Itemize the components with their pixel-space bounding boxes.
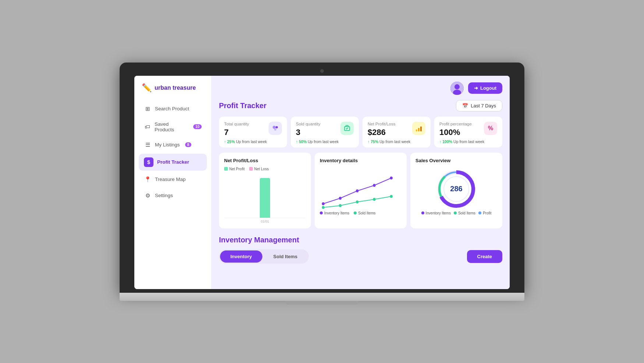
stat-card-profit-pct: % Profit percentage 100% ↑ 100% Up from … bbox=[434, 117, 502, 147]
stat-card-net-profit: Net Profit/Loss $286 ↑ 75% Up from last … bbox=[362, 117, 431, 147]
svg-point-19 bbox=[390, 195, 393, 198]
date-filter-button[interactable]: 📅 Last 7 Days bbox=[456, 100, 502, 111]
bar-x-label: 01/01 bbox=[224, 220, 306, 223]
sidebar-item-profit-tracker[interactable]: $ Profit Tracker bbox=[139, 154, 207, 171]
sidebar-item-saved-products[interactable]: 🏷 Saved Products 10 bbox=[139, 118, 207, 136]
my-listings-badge: 8 bbox=[185, 142, 192, 147]
bar-chart-area bbox=[224, 174, 306, 218]
net-profit-icon bbox=[412, 122, 425, 135]
svg-point-11 bbox=[339, 197, 342, 200]
svg-point-17 bbox=[356, 200, 358, 203]
net-profit-chart: Net Profit/Loss Net Profit Net Loss bbox=[219, 153, 311, 228]
sold-quantity-icon bbox=[340, 122, 354, 135]
net-loss-legend-color bbox=[249, 167, 253, 171]
logout-icon: ➜ bbox=[474, 85, 478, 91]
svg-point-10 bbox=[322, 202, 325, 205]
stat-trend-2: ↑ 75% Up from last week bbox=[368, 139, 425, 144]
chart-legend-net-profit: Net Profit Net Loss bbox=[224, 167, 306, 171]
topbar: ➜ Logout bbox=[219, 82, 502, 95]
legend-net-profit: Net Profit bbox=[224, 167, 245, 171]
stat-trend-3: ↑ 100% Up from last week bbox=[439, 139, 497, 144]
donut-chart-area: 286 bbox=[415, 167, 497, 211]
chart-title-inventory: Inventory details bbox=[320, 158, 401, 163]
logout-button[interactable]: ➜ Logout bbox=[468, 82, 502, 94]
logo-area: ✏️ urban treasure bbox=[134, 83, 211, 102]
sidebar-item-settings[interactable]: ⚙ Settings bbox=[139, 188, 207, 203]
gear-icon: ⚙ bbox=[144, 192, 151, 199]
bar-1 bbox=[260, 178, 270, 217]
svg-point-5 bbox=[274, 128, 276, 131]
sales-overview-chart: Sales Overview bbox=[410, 153, 502, 228]
tab-inventory[interactable]: Inventory bbox=[220, 250, 262, 263]
chart-title-sales: Sales Overview bbox=[415, 158, 497, 163]
charts-row: Net Profit/Loss Net Profit Net Loss bbox=[219, 153, 502, 228]
legend-sales-sold: Sold Items bbox=[454, 211, 475, 215]
stat-cards: Total quantity 7 ↑ 25% Up from last week bbox=[219, 117, 502, 147]
stat-card-total-quantity: Total quantity 7 ↑ 25% Up from last week bbox=[219, 117, 287, 147]
sidebar-item-treasure-map[interactable]: 📍 Treasure Map bbox=[139, 172, 207, 187]
sidebar-item-label: Settings bbox=[155, 193, 173, 198]
tag-icon: 🏷 bbox=[144, 123, 151, 131]
inventory-details-chart: Inventory details bbox=[315, 153, 407, 228]
stat-card-sold-quantity: Sold quantity 3 ↑ 50% Up from last week bbox=[291, 117, 359, 147]
inventory-title: Inventory Management bbox=[219, 236, 502, 244]
list-icon: ☰ bbox=[144, 141, 151, 149]
svg-point-14 bbox=[390, 177, 393, 179]
calendar-icon: 📅 bbox=[462, 103, 468, 108]
dollar-icon: $ bbox=[144, 157, 153, 167]
svg-point-15 bbox=[322, 206, 325, 209]
svg-point-13 bbox=[373, 184, 375, 187]
page-title: Profit Tracker bbox=[219, 102, 266, 110]
legend-sales-profit: Profit bbox=[478, 211, 491, 215]
profit-tracker-section: Profit Tracker 📅 Last 7 Days bbox=[219, 100, 502, 228]
sidebar-item-label: Saved Products bbox=[155, 121, 188, 132]
laptop-camera bbox=[320, 69, 324, 73]
inventory-management-section: Inventory Management Inventory Sold Item… bbox=[219, 236, 502, 264]
donut-center-value: 286 bbox=[450, 185, 462, 193]
svg-point-12 bbox=[356, 189, 358, 192]
profit-pct-icon: % bbox=[484, 122, 497, 135]
net-profit-legend-color bbox=[224, 167, 228, 171]
svg-point-3 bbox=[273, 126, 276, 129]
tab-sold-items[interactable]: Sold Items bbox=[263, 250, 308, 263]
stat-trend-1: ↑ 50% Up from last week bbox=[296, 139, 354, 144]
logo-text: urban treasure bbox=[155, 84, 196, 91]
grid-icon: ⊞ bbox=[144, 105, 151, 113]
section-header: Profit Tracker 📅 Last 7 Days bbox=[219, 100, 502, 111]
svg-rect-8 bbox=[418, 128, 420, 131]
map-pin-icon: 📍 bbox=[144, 176, 151, 183]
inventory-tabs-row: Inventory Sold Items Create bbox=[219, 249, 502, 264]
stat-trend-0: ↑ 25% Up from last week bbox=[224, 139, 282, 144]
create-button[interactable]: Create bbox=[467, 250, 502, 263]
tab-group: Inventory Sold Items bbox=[219, 249, 309, 264]
sidebar-item-label: Profit Tracker bbox=[157, 159, 189, 165]
logo-icon: ✏️ bbox=[142, 83, 152, 93]
sidebar-item-label: Treasure Map bbox=[155, 177, 186, 182]
avatar bbox=[450, 82, 464, 95]
sidebar-item-label: My Listings bbox=[155, 142, 180, 147]
svg-point-18 bbox=[373, 198, 375, 201]
legend-net-loss: Net Loss bbox=[249, 167, 269, 171]
svg-point-16 bbox=[339, 204, 342, 207]
sidebar-item-my-listings[interactable]: ☰ My Listings 8 bbox=[139, 138, 207, 152]
sidebar-item-search-product[interactable]: ⊞ Search Product bbox=[139, 102, 207, 116]
svg-point-1 bbox=[454, 84, 460, 89]
svg-point-4 bbox=[276, 126, 278, 128]
main-content: ➜ Logout Profit Tracker 📅 Last 7 Days bbox=[212, 76, 510, 289]
total-quantity-icon bbox=[269, 122, 282, 135]
legend-sales-inventory: Inventory Items bbox=[421, 211, 451, 215]
laptop-base bbox=[120, 293, 524, 301]
nav-menu: ⊞ Search Product 🏷 Saved Products 10 ☰ M… bbox=[134, 102, 211, 203]
svg-rect-9 bbox=[420, 127, 422, 131]
line-chart-area bbox=[320, 167, 401, 211]
chart-title-net-profit: Net Profit/Loss bbox=[224, 158, 306, 163]
sidebar-item-label: Search Product bbox=[155, 106, 189, 111]
svg-rect-7 bbox=[416, 129, 417, 131]
sidebar: ✏️ urban treasure ⊞ Search Product 🏷 Sav… bbox=[134, 76, 212, 289]
chart-legend-sales: Inventory Items Sold Items Profit bbox=[415, 211, 497, 215]
saved-products-badge: 10 bbox=[193, 124, 202, 129]
